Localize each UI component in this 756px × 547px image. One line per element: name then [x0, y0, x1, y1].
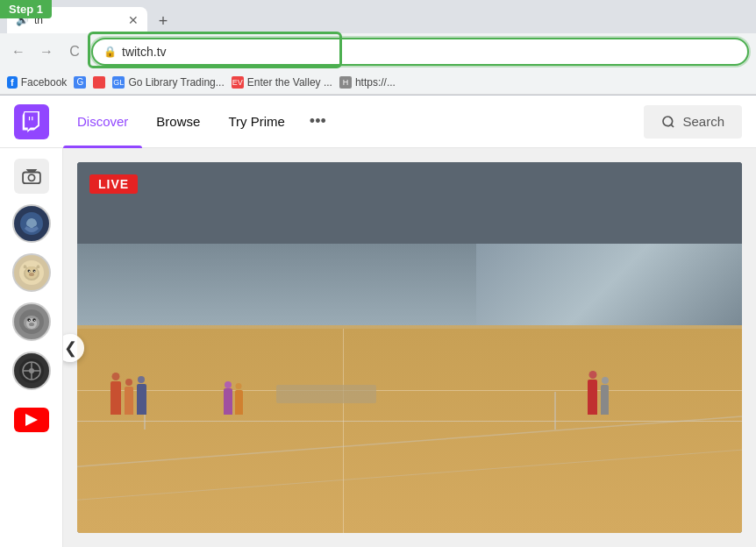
address-text: twitch.tv [122, 45, 737, 59]
svg-point-20 [28, 320, 29, 321]
hall-floor [77, 329, 742, 533]
bookmark-go-library[interactable]: GL Go Library Trading... [112, 76, 224, 89]
person-5 [235, 390, 243, 415]
refresh-button[interactable]: C [63, 40, 86, 63]
main-content: ❮ [0, 148, 756, 547]
browser-chrome: 🔊 th ✕ + ← → C 🔒 twitch.tv f Facebook G … [0, 0, 756, 96]
bookmark-misc-label: https://... [355, 76, 396, 89]
video-player[interactable]: LIVE [77, 162, 742, 533]
twitch-nav: Discover Browse Try Prime ••• Search [0, 96, 756, 148]
table-object [276, 385, 376, 403]
nav-try-prime[interactable]: Try Prime [214, 96, 298, 148]
bookmark-facebook[interactable]: f Facebook [7, 76, 67, 89]
bookmark-misc[interactable]: H https://... [339, 76, 396, 89]
browser-nav: ← → C 🔒 twitch.tv [0, 33, 756, 70]
svg-point-9 [27, 270, 30, 273]
person-1 [111, 381, 121, 415]
people-group-center [224, 388, 243, 415]
bookmark-label: Facebook [21, 76, 68, 89]
arrow-left-icon: ❮ [64, 338, 77, 358]
bookmark-misc-icon: H [339, 76, 352, 89]
svg-point-10 [32, 270, 35, 273]
facebook-icon: f [7, 76, 18, 89]
sidebar-avatar-3[interactable] [12, 302, 51, 341]
svg-point-4 [28, 174, 34, 181]
svg-line-1 [672, 124, 674, 127]
bookmark-2[interactable]: G [74, 76, 86, 89]
person-7 [601, 385, 609, 415]
person-4 [224, 388, 232, 415]
ceiling [77, 162, 742, 255]
browser-tabs: 🔊 th ✕ + [0, 0, 756, 33]
twitch-logo-svg [21, 111, 42, 132]
bookmark-3[interactable] [93, 76, 105, 89]
svg-point-11 [29, 273, 34, 276]
bookmark-go-icon: GL [112, 76, 125, 89]
bookmark-enter-valley[interactable]: EV Enter the Valley ... [232, 76, 332, 89]
svg-point-17 [27, 318, 31, 322]
back-button[interactable]: ← [7, 40, 30, 63]
search-icon [661, 115, 675, 129]
net-post-right [554, 392, 556, 429]
bookmark-ev-icon: EV [232, 76, 244, 89]
court-line-2 [343, 329, 344, 533]
lock-icon: 🔒 [103, 46, 117, 58]
svg-point-19 [29, 323, 34, 326]
court-line-1 [77, 390, 742, 391]
search-button[interactable]: Search [644, 105, 742, 139]
camera-svg [22, 168, 41, 184]
bookmarks-bar: f Facebook G GL Go Library Trading... EV… [0, 70, 756, 95]
sidebar-avatar-1[interactable] [12, 204, 51, 243]
nav-more-button[interactable]: ••• [299, 96, 337, 148]
bookmark-3-icon [93, 76, 105, 89]
search-label: Search [682, 114, 724, 129]
content-area: ❮ [63, 148, 756, 547]
svg-point-26 [29, 368, 34, 373]
sports-hall-background [77, 162, 742, 533]
youtube-icon [14, 408, 49, 432]
avatar-4-icon [18, 358, 45, 384]
step-badge: Step 1 [0, 0, 52, 18]
avatar-2-dog [18, 259, 45, 286]
bookmark-2-icon: G [74, 76, 86, 89]
avatar-3-husky [18, 309, 45, 335]
svg-point-18 [32, 318, 36, 322]
net [77, 421, 742, 422]
avatar-1-icon [19, 211, 44, 236]
people-group-left [111, 381, 146, 415]
sidebar-youtube[interactable] [12, 401, 51, 439]
sidebar-camera-icon[interactable] [14, 159, 49, 194]
nav-links: Discover Browse Try Prime ••• [63, 96, 644, 148]
people-group-right [588, 380, 609, 415]
forward-button[interactable]: → [35, 40, 58, 63]
bookmark-ev-label: Enter the Valley ... [247, 76, 332, 89]
twitch-logo[interactable] [14, 104, 49, 139]
svg-point-12 [29, 271, 30, 272]
new-tab-button[interactable]: + [151, 9, 175, 33]
live-badge: LIVE [89, 174, 138, 194]
sidebar [0, 148, 63, 547]
svg-point-0 [663, 117, 673, 126]
nav-browse[interactable]: Browse [142, 96, 214, 148]
address-bar[interactable]: 🔒 twitch.tv [91, 38, 749, 66]
person-6 [588, 380, 597, 415]
sidebar-avatar-2[interactable] [12, 253, 51, 292]
person-3 [137, 384, 146, 415]
hall-wall [77, 244, 742, 325]
wall-frame-right [476, 244, 742, 325]
svg-point-13 [34, 271, 35, 272]
person-2 [125, 387, 133, 415]
svg-point-21 [33, 320, 34, 321]
sidebar-avatar-4[interactable] [12, 352, 51, 390]
youtube-play-icon [25, 414, 38, 426]
nav-discover[interactable]: Discover [63, 96, 142, 148]
bookmark-go-label: Go Library Trading... [128, 76, 224, 89]
tab-close-button[interactable]: ✕ [128, 14, 139, 26]
